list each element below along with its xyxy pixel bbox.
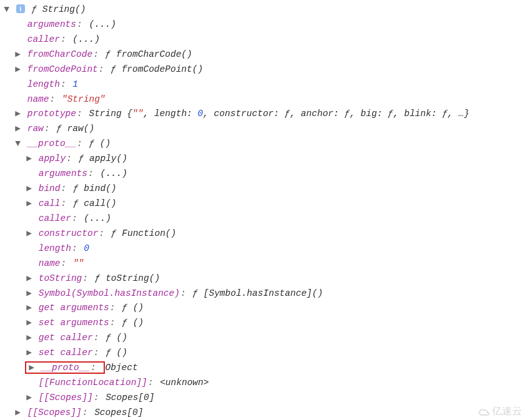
preview-part: "" [132, 109, 143, 119]
expand-icon[interactable]: ▶ [25, 182, 33, 197]
tree-row[interactable]: ▶ arguments: (...) [2, 17, 523, 32]
preview-part: ƒ [388, 109, 393, 119]
tree-row-prototype[interactable]: ▶ prototype: String {"", length: 0, cons… [2, 107, 523, 122]
expand-icon[interactable]: ▶ [25, 197, 33, 212]
prop-key: __proto__ [27, 139, 76, 149]
tree-row[interactable]: ▶ get caller: ƒ () [2, 331, 523, 346]
expand-icon[interactable]: ▶ [14, 406, 22, 420]
prop-value: Object [105, 363, 137, 373]
preview-part: 0 [198, 109, 204, 119]
prop-key: toString [39, 273, 82, 283]
tree-row[interactable]: ▶ bind: ƒ bind() [2, 182, 523, 197]
tree-row[interactable]: ▶ set arguments: ƒ () [2, 316, 523, 331]
tree-row-proto[interactable]: ▼ __proto__: ƒ () [2, 137, 523, 152]
expand-icon[interactable]: ▼ [2, 2, 11, 17]
preview-part: big [361, 109, 377, 119]
tree-row[interactable]: ▶ Symbol(Symbol.hasInstance): ƒ [Symbol.… [2, 286, 523, 301]
expand-icon[interactable]: ▶ [14, 107, 22, 122]
expand-icon[interactable]: ▶ [25, 346, 33, 361]
prop-key: caller [27, 34, 60, 44]
prop-value: (...) [84, 213, 111, 223]
tree-row[interactable]: ▶ caller: (...) [2, 212, 523, 227]
watermark: 亿速云 [477, 406, 522, 416]
preview-part: , [393, 109, 404, 119]
preview-part: , [143, 109, 154, 119]
prop-value: ƒ bind() [73, 183, 117, 193]
prop-value: ƒ toString() [95, 273, 160, 283]
expand-icon[interactable]: ▶ [25, 286, 33, 301]
expand-icon[interactable]: ▶ [25, 271, 33, 286]
tree-row-proto-proto-highlight[interactable]: ▶ __proto__: Object [2, 361, 523, 376]
expand-icon[interactable]: ▶ [14, 47, 22, 62]
prop-value: 1 [72, 79, 78, 89]
tree-row[interactable]: ▶ caller: (...) [2, 32, 523, 47]
prop-key: constructor [39, 228, 99, 238]
tree-row[interactable]: ▶ [[FunctionLocation]]: <unknown> [2, 376, 523, 391]
tree-row[interactable]: ▶ toString: ƒ toString() [2, 271, 523, 286]
expand-icon[interactable]: ▶ [27, 361, 36, 376]
prop-value-quote-close: " [100, 94, 106, 104]
tree-row[interactable]: ▶ arguments: (...) [2, 167, 523, 182]
tree-row[interactable]: ▶ set caller: ƒ () [2, 346, 523, 361]
open-brace: { [127, 109, 132, 119]
tree-row[interactable]: ▶ get arguments: ƒ () [2, 301, 523, 316]
prop-value: (...) [72, 34, 100, 44]
prop-key: arguments [27, 19, 76, 29]
expand-icon[interactable]: ▶ [14, 62, 22, 77]
prop-value: ƒ () [122, 303, 144, 313]
prop-value: Scopes[0] [106, 393, 154, 403]
expand-icon[interactable]: ▶ [25, 301, 33, 316]
preview-part: : [377, 109, 388, 119]
prop-key: get arguments [39, 303, 109, 313]
object-inspector-tree: ▼ i ƒ String() ▶ arguments: (...) ▶ call… [0, 0, 527, 420]
preview-part: , [350, 109, 360, 119]
preview-part: anchor [301, 109, 333, 119]
tree-row[interactable]: ▶ apply: ƒ apply() [2, 152, 523, 167]
cloud-icon [477, 408, 491, 416]
prop-key: call [39, 198, 61, 208]
tree-row[interactable]: ▶ name: "" [2, 256, 523, 271]
expand-icon[interactable]: ▼ [14, 137, 22, 152]
preview-part: ƒ [344, 109, 350, 119]
expand-icon[interactable]: ▶ [25, 152, 33, 167]
tree-row[interactable]: ▶ length: 1 [2, 77, 523, 92]
preview-part: : [431, 109, 442, 119]
prop-value: "" [73, 258, 84, 268]
preview-part: blink [404, 109, 431, 119]
prop-key: arguments [39, 168, 87, 178]
tree-row[interactable]: ▶ [[Scopes]]: Scopes[0] [2, 406, 523, 420]
prop-value: ƒ () [122, 318, 144, 328]
tree-row-root[interactable]: ▼ i ƒ String() [2, 2, 523, 17]
expand-icon[interactable]: ▶ [25, 227, 33, 242]
prop-key: __proto__ [41, 363, 90, 373]
prototype-label: String [89, 109, 127, 119]
prop-value: 0 [84, 243, 89, 253]
tree-row[interactable]: ▶ [[Scopes]]: Scopes[0] [2, 391, 523, 406]
expand-icon[interactable]: ▶ [25, 391, 33, 406]
prop-key: [[Scopes]] [27, 408, 82, 418]
prop-value: ƒ () [106, 333, 127, 343]
prop-key: length [27, 79, 60, 89]
tree-row[interactable]: ▶ constructor: ƒ Function() [2, 227, 523, 242]
preview-part: constructor [214, 109, 274, 119]
prop-key: set caller [39, 348, 93, 358]
expand-icon[interactable]: ▶ [14, 122, 22, 137]
preview-part: ƒ [442, 109, 448, 119]
prop-value-quote-open: " [62, 94, 67, 104]
tree-row[interactable]: ▶ call: ƒ call() [2, 197, 523, 212]
tree-row[interactable]: ▶ fromCharCode: ƒ fromCharCode() [2, 47, 523, 62]
tree-row[interactable]: ▶ length: 0 [2, 242, 523, 256]
watermark-text: 亿速云 [492, 406, 522, 416]
prop-key: raw [27, 124, 44, 134]
expand-icon[interactable]: ▶ [25, 316, 33, 331]
info-icon[interactable]: i [16, 4, 25, 13]
tree-row[interactable]: ▶ fromCodePoint: ƒ fromCodePoint() [2, 62, 523, 77]
prop-value: ƒ Function() [111, 228, 176, 238]
prop-key: fromCodePoint [27, 64, 98, 74]
prop-value: <unknown> [160, 378, 209, 388]
prop-value: ƒ fromCharCode() [106, 49, 192, 59]
tree-row[interactable]: ▶ raw: ƒ raw() [2, 122, 523, 137]
tree-row[interactable]: ▶ name: "String" [2, 92, 523, 107]
expand-icon[interactable]: ▶ [25, 331, 33, 346]
prop-value: ƒ () [106, 348, 127, 358]
